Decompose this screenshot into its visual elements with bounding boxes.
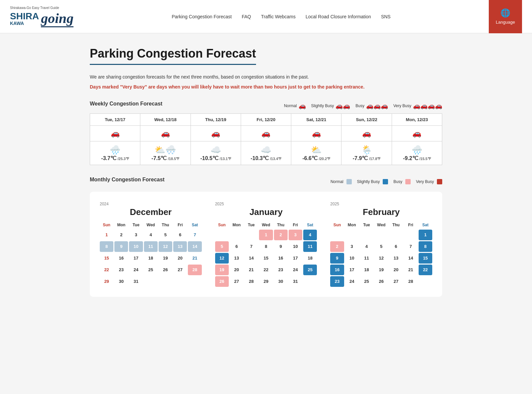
day-header-6: Sun, 12/22 (341, 113, 392, 125)
jan-2: 2 (274, 230, 288, 240)
tagline: Shirakawa-Go Easy Travel Guide (10, 6, 59, 10)
feb-25: 25 (360, 276, 373, 287)
jan-11: 11 (303, 241, 317, 252)
normal-color-swatch (346, 179, 352, 184)
jan-20: 20 (230, 265, 243, 275)
jan-empty-2 (230, 230, 243, 240)
page-title: Parking Congestion Forecast (90, 47, 256, 65)
dow-sun-feb: Sun (330, 221, 344, 229)
dec-14: 14 (188, 241, 201, 252)
jan-25: 25 (303, 265, 317, 275)
feb-15: 15 (419, 253, 432, 264)
description-text: We are sharing congestion forecasts for … (90, 73, 442, 81)
car-slightly-busy-icon: 🚗🚗 (335, 102, 350, 109)
weather-row: 🌧️ -3.7℃ /25.3℉ ⛅🌨️ -7.5℃ /18.5℉ ☁️ (90, 141, 442, 165)
weather-cell-1: 🌧️ -3.7℃ /25.3℉ (90, 141, 140, 165)
feb-9: 9 (330, 253, 344, 264)
feb-8: 8 (419, 241, 432, 252)
legend-slightly-busy-label: Slightly Busy (311, 103, 334, 108)
weather-icon-2: ⛅🌨️ (142, 145, 189, 155)
feb-14: 14 (404, 253, 418, 264)
nav-parking[interactable]: Parking Congestion Forecast (172, 14, 232, 19)
feb-27: 27 (389, 276, 403, 287)
weather-icon-3: ☁️ (193, 145, 239, 155)
car-cell-4: 🚗 (241, 125, 291, 141)
monthly-header: Monthly Congestion Forecast Normal Sligh… (90, 177, 442, 187)
feb-5: 5 (374, 241, 388, 252)
weekly-forecast-table: Tue, 12/17 Wed, 12/18 Thu, 12/19 Fri, 12… (90, 113, 442, 165)
jan-14: 14 (244, 253, 258, 264)
car-normal-icon: 🚗 (299, 102, 306, 109)
temp-1: -3.7℃ /25.3℉ (92, 155, 138, 161)
jan-24: 24 (289, 265, 302, 275)
dec-1: 1 (100, 230, 113, 240)
day-header-7: Mon, 12/23 (392, 113, 442, 125)
dow-sat-jan: Sat (303, 221, 317, 229)
calendar-january: 2025 January Sun Mon Tue Wed Thu Fri Sat… (215, 202, 317, 287)
language-button[interactable]: 🌐 Language (489, 0, 522, 33)
feb-26: 26 (374, 276, 388, 287)
legend-normal: Normal 🚗 (284, 102, 306, 109)
logo-shira: SHIRA (10, 12, 39, 21)
car-busy-icon: 🚗🚗🚗 (366, 102, 388, 109)
weather-icon-5: ⛅ (293, 145, 339, 155)
logo-going: going (41, 10, 73, 27)
dec-13: 13 (173, 241, 187, 252)
jan-8: 8 (259, 241, 273, 252)
car-row: 🚗 🚗 🚗 🚗 🚗 🚗 🚗 (90, 125, 442, 141)
feb-empty-3 (360, 230, 373, 240)
dow-thu-feb: Thu (389, 221, 403, 229)
dow-fri-jan: Fri (289, 221, 302, 229)
nav-sns[interactable]: SNS (381, 14, 391, 19)
jan-4: 4 (303, 230, 317, 240)
dow-mon-jan: Mon (230, 221, 243, 229)
busy-color-swatch (405, 179, 411, 184)
dow-tue-feb: Tue (360, 221, 373, 229)
jan-18: 18 (303, 253, 317, 264)
jan-19: 19 (215, 265, 229, 275)
nav-road[interactable]: Local Road Closure Information (306, 14, 371, 19)
car-cell-2: 🚗 (140, 125, 191, 141)
car-icon-6: 🚗 (362, 129, 371, 137)
dow-sat-dec: Sat (188, 221, 201, 229)
dec-11: 11 (144, 241, 158, 252)
dow-thu-jan: Thu (274, 221, 288, 229)
weekly-header: Weekly Congestion Forecast Normal 🚗 Slig… (90, 101, 442, 111)
language-label: Language (496, 20, 515, 25)
nav-webcams[interactable]: Traffic Webcams (261, 14, 296, 19)
calendar-february: 2025 February Sun Mon Tue Wed Thu Fri Sa… (330, 202, 432, 287)
jan-3: 3 (289, 230, 302, 240)
monthly-legend-busy: Busy (393, 179, 411, 184)
jan-27: 27 (230, 276, 243, 287)
weather-cell-4: ☁️ -10.3℃ /13.4℉ (241, 141, 291, 165)
dow-fri-feb: Fri (404, 221, 418, 229)
monthly-legend-very-busy: Very Busy (416, 179, 442, 184)
day-header-3: Thu, 12/19 (191, 113, 241, 125)
dec-27: 27 (173, 265, 187, 275)
weekly-legend: Normal 🚗 Slightly Busy 🚗🚗 Busy 🚗🚗🚗 Very … (284, 102, 442, 109)
jan-13: 13 (230, 253, 243, 264)
feb-1: 1 (419, 230, 432, 240)
main-nav: Parking Congestion Forecast FAQ Traffic … (172, 14, 390, 19)
dec-20: 20 (173, 253, 187, 264)
car-cell-1: 🚗 (90, 125, 140, 141)
feb-17: 17 (345, 265, 359, 275)
jan-month: January (215, 207, 317, 217)
car-icon-4: 🚗 (261, 129, 270, 137)
dec-22: 22 (100, 265, 113, 275)
feb-22: 22 (419, 265, 432, 275)
jan-9: 9 (274, 241, 288, 252)
dow-sun-jan: Sun (215, 221, 229, 229)
dec-31: 31 (129, 276, 143, 287)
dec-25: 25 (144, 265, 158, 275)
calendar-december: 2024 December Sun Mon Tue Wed Thu Fri Sa… (100, 202, 202, 287)
nav-faq[interactable]: FAQ (242, 14, 251, 19)
logo-main: SHIRA KAWA going (10, 10, 73, 27)
jan-31: 31 (289, 276, 302, 287)
dec-19: 19 (159, 253, 172, 264)
weekly-title: Weekly Congestion Forecast (90, 101, 162, 107)
dow-wed-dec: Wed (144, 221, 158, 229)
monthly-legend-busy-label: Busy (393, 179, 402, 184)
dec-21: 21 (188, 253, 201, 264)
jan-5: 5 (215, 241, 229, 252)
